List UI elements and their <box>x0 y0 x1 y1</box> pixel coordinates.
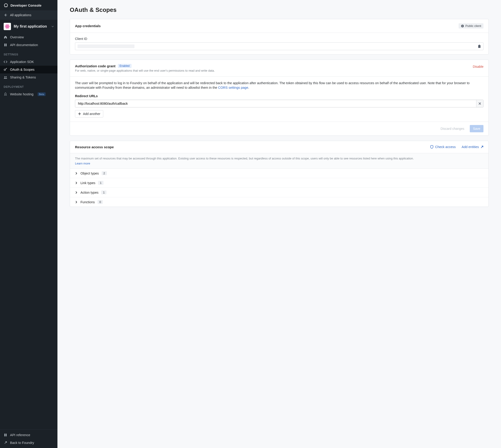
all-apps-label: All applications <box>10 13 31 17</box>
client-id-field <box>75 42 484 50</box>
home-icon <box>4 35 7 39</box>
chevron-right-icon <box>75 172 78 175</box>
auth-grant-card: Authorization code grant Enabled For web… <box>70 60 489 136</box>
disable-button[interactable]: Disable <box>473 64 484 68</box>
close-icon <box>478 102 481 105</box>
nav-label: Back to Foundry <box>10 441 34 445</box>
page-title: OAuth & Scopes <box>70 6 489 14</box>
scope-row[interactable]: Action types1 <box>70 188 488 197</box>
shield-icon <box>430 145 434 149</box>
product-title: Developer Console <box>11 3 42 7</box>
add-entities-button[interactable]: Add entities <box>462 145 484 149</box>
nav-label: Application SDK <box>10 60 34 64</box>
console-logo-icon <box>4 3 8 8</box>
scope-row-name: Functions <box>80 200 95 204</box>
svg-point-9 <box>4 76 5 78</box>
svg-rect-14 <box>462 26 463 27</box>
main-content: OAuth & Scopes App credentials Public cl… <box>58 0 501 448</box>
scope-row[interactable]: Link types1 <box>70 178 488 188</box>
section-settings-label: SETTINGS <box>0 49 58 58</box>
all-applications-link[interactable]: All applications <box>0 11 58 20</box>
svg-point-0 <box>4 4 8 7</box>
nav-app-sdk[interactable]: Application SDK <box>0 58 58 66</box>
scope-description: The maximum set of resources that may be… <box>75 157 484 161</box>
scope-row[interactable]: Functions0 <box>70 197 488 207</box>
nav-label: API reference <box>10 433 30 437</box>
scope-description-area: The maximum set of resources that may be… <box>70 153 488 169</box>
redirect-url-row <box>75 100 484 107</box>
svg-rect-7 <box>6 44 7 46</box>
plus-icon <box>78 112 81 115</box>
card-header: App credentials Public client <box>70 19 488 33</box>
auth-grant-subtitle: For web, native, or single-page applicat… <box>75 69 468 72</box>
scope-row-name: Action types <box>80 191 98 194</box>
svg-rect-1 <box>5 7 7 7</box>
nav-label: Website hosting <box>10 92 33 96</box>
nav-oauth-scopes[interactable]: OAuth & Scopes <box>0 66 58 73</box>
redirect-urls-label: Redirect URLs <box>75 94 484 98</box>
credentials-header: App credentials <box>75 24 101 28</box>
nav-sharing-tokens[interactable]: Sharing & Tokens <box>0 73 58 81</box>
nav-overview[interactable]: Overview <box>0 33 58 41</box>
section-deployment-label: DEPLOYMENT <box>0 81 58 90</box>
code-icon <box>4 60 7 64</box>
svg-rect-11 <box>4 434 5 436</box>
nav-label: OAuth & Scopes <box>10 68 34 71</box>
add-another-label: Add another <box>83 112 100 116</box>
beta-badge: Beta <box>38 92 46 96</box>
nav-website-hosting[interactable]: Website hosting Beta <box>0 90 58 98</box>
sidebar: Developer Console All applications My fi… <box>0 0 58 448</box>
remove-redirect-button[interactable] <box>476 100 483 107</box>
scope-row-count: 0 <box>98 200 103 204</box>
sidebar-header: Developer Console <box>0 0 58 11</box>
chevron-right-icon <box>75 201 78 204</box>
client-id-value-redacted <box>77 45 135 48</box>
copy-client-id-button[interactable] <box>475 43 483 49</box>
learn-more-link[interactable]: Learn more <box>75 162 90 165</box>
svg-rect-16 <box>478 45 481 48</box>
external-link-icon <box>481 145 484 148</box>
svg-point-10 <box>6 76 7 78</box>
card-footer: Discard changes Save <box>70 122 488 135</box>
external-link-icon <box>4 441 7 445</box>
resource-scope-card: Resource access scope Check access Add e… <box>70 141 489 207</box>
add-entities-label: Add entities <box>462 145 479 149</box>
svg-point-8 <box>4 69 5 70</box>
app-selector[interactable]: My first application <box>0 20 58 33</box>
cors-settings-link[interactable]: CORS settings page <box>218 86 248 89</box>
client-id-label: Client ID <box>75 37 484 41</box>
svg-rect-17 <box>479 45 480 45</box>
nav-back-to-foundry[interactable]: Back to Foundry <box>0 439 58 447</box>
add-another-button[interactable]: Add another <box>75 110 103 117</box>
scope-row-count: 1 <box>101 191 106 194</box>
svg-rect-6 <box>4 44 5 46</box>
chevron-right-icon <box>75 182 78 184</box>
scope-row-count: 2 <box>102 171 107 175</box>
nav-label: API documentation <box>10 43 38 47</box>
rocket-icon <box>4 92 7 96</box>
scope-row-count: 1 <box>98 181 103 185</box>
app-name: My first application <box>14 24 49 29</box>
save-button[interactable]: Save <box>470 125 484 132</box>
redirect-url-input[interactable] <box>75 100 476 107</box>
nav-api-reference[interactable]: API reference <box>0 431 58 439</box>
public-client-badge: Public client <box>459 23 484 29</box>
check-access-label: Check access <box>435 145 456 149</box>
check-access-button[interactable]: Check access <box>430 145 456 149</box>
discard-button[interactable]: Discard changes <box>437 125 468 132</box>
card-header: Resource access scope Check access Add e… <box>70 141 488 153</box>
svg-rect-15 <box>462 25 463 26</box>
auth-grant-description: The user will be prompted to log in to F… <box>75 81 484 90</box>
svg-rect-12 <box>6 434 7 436</box>
nav-api-docs[interactable]: API documentation <box>0 41 58 49</box>
scope-rows: Object types2Link types1Action types1Fun… <box>70 169 488 207</box>
chevron-right-icon <box>75 191 78 194</box>
scope-row-name: Object types <box>80 172 99 175</box>
arrow-left-icon <box>4 13 7 17</box>
card-header: Authorization code grant Enabled For web… <box>70 60 488 77</box>
key-icon <box>4 68 7 71</box>
clipboard-icon <box>478 45 481 48</box>
badge-label: Public client <box>465 24 481 28</box>
scope-row[interactable]: Object types2 <box>70 169 488 178</box>
scope-row-name: Link types <box>80 181 95 185</box>
